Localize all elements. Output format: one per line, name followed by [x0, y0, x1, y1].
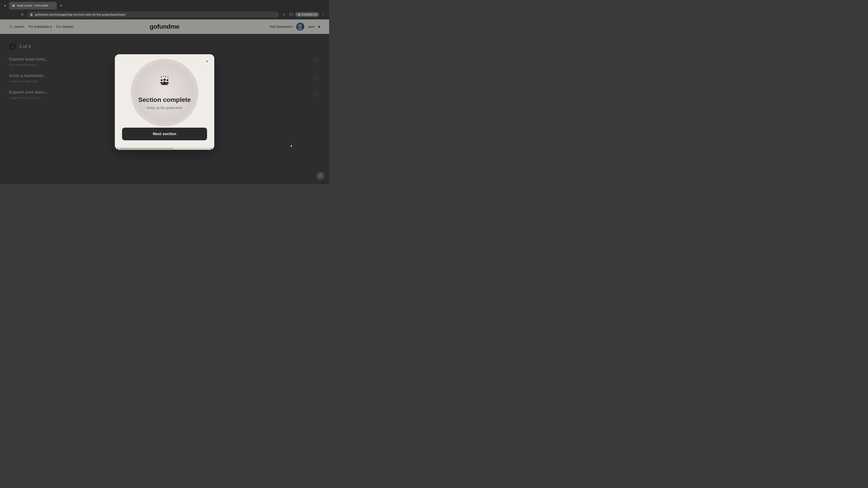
incognito-icon: 🕵 — [298, 13, 301, 16]
sidebar-button[interactable]: ⬛ — [288, 11, 294, 18]
url-bar[interactable]: 🔒 gofundme.com/manage/help-me-fund-raise… — [27, 11, 279, 18]
scrollbar-track — [119, 148, 210, 149]
bookmark-button[interactable]: ☆ — [281, 11, 287, 18]
tab-title: Build a team - GoFundMe — [17, 4, 48, 7]
svg-point-13 — [167, 76, 168, 77]
toolbar-actions: ☆ ⬛ 🕵 Incognito (2) ⋮ — [281, 11, 327, 18]
back-button[interactable]: ← — [3, 11, 9, 18]
modal-subtitle: Keep up the great work — [147, 106, 182, 109]
svg-rect-15 — [161, 84, 168, 85]
svg-point-9 — [166, 82, 169, 84]
modal-overlay: × — [0, 20, 329, 184]
modal-title: Section complete — [138, 96, 191, 103]
modal-close-button[interactable]: × — [204, 58, 211, 65]
tab-switcher-button[interactable]: ▾ — [2, 2, 8, 9]
svg-point-12 — [165, 76, 166, 77]
svg-point-7 — [160, 82, 163, 84]
url-text: gofundme.com/manage/help-me-fund-raise-f… — [35, 13, 276, 16]
incognito-label: Incognito (2) — [302, 13, 317, 16]
tab-bar: ▾ Build a team - GoFundMe × + — [0, 0, 329, 9]
tab-favicon — [12, 4, 16, 7]
scrollbar-left-arrow[interactable]: ◀ — [116, 147, 119, 150]
scrollbar-right-arrow[interactable]: ▶ — [210, 147, 213, 150]
section-complete-icon — [157, 74, 173, 91]
modal-bottom-section: Next section — [115, 128, 214, 148]
scrollbar-thumb[interactable] — [119, 148, 174, 149]
svg-point-11 — [163, 76, 164, 76]
incognito-badge[interactable]: 🕵 Incognito (2) — [295, 12, 319, 17]
svg-rect-14 — [162, 84, 167, 84]
page-background: 🔍 Search For individuals ▾ For charities… — [0, 20, 329, 184]
menu-button[interactable]: ⋮ — [320, 11, 327, 18]
browser-chrome: ▾ Build a team - GoFundMe × + ← → ↻ 🔒 go… — [0, 0, 329, 20]
lock-icon: 🔒 — [30, 13, 33, 16]
svg-point-6 — [161, 79, 162, 81]
svg-point-8 — [166, 79, 168, 81]
section-complete-modal: × — [115, 54, 214, 150]
modal-scrollbar: ◀ ▶ — [115, 148, 214, 150]
next-section-button[interactable]: Next section — [122, 128, 207, 140]
tab-close-button[interactable]: × — [50, 4, 54, 8]
modal-top-section: × — [115, 54, 214, 128]
svg-point-5 — [163, 82, 166, 84]
address-bar: ← → ↻ 🔒 gofundme.com/manage/help-me-fund… — [0, 9, 329, 20]
refresh-button[interactable]: ↻ — [19, 11, 25, 18]
forward-button[interactable]: → — [11, 11, 17, 18]
active-tab[interactable]: Build a team - GoFundMe × — [9, 2, 57, 9]
new-tab-button[interactable]: + — [58, 2, 64, 9]
svg-point-4 — [163, 78, 166, 81]
svg-point-10 — [161, 76, 162, 77]
